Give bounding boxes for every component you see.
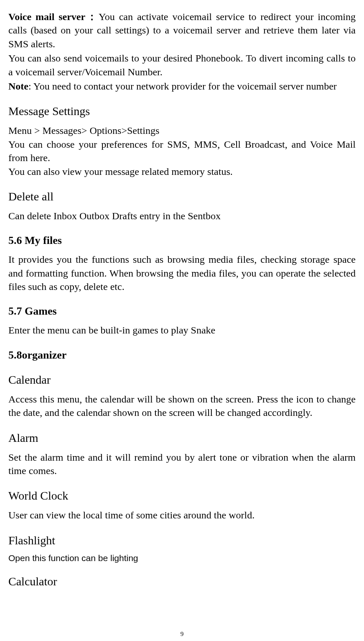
note-label: Note [8, 81, 28, 92]
alarm-text: Set the alarm time and it will remind yo… [8, 451, 356, 478]
my-files-heading: 5.6 My files [8, 234, 356, 247]
page-number: 9 [0, 631, 364, 638]
message-settings-text-1: You can choose your preferences for SMS,… [8, 138, 356, 165]
alarm-heading: Alarm [8, 431, 356, 445]
voicemail-label: Voice mail server： [8, 11, 99, 22]
note-text: : You need to contact your network provi… [28, 81, 337, 92]
games-heading: 5.7 Games [8, 305, 356, 318]
calendar-text: Access this menu, the calendar will be s… [8, 392, 356, 420]
organizer-heading: 5.8organizer [8, 349, 356, 362]
flashlight-text: Open this function can be lighting [8, 553, 356, 563]
document-content: Voice mail server：You can activate voice… [8, 10, 356, 588]
calculator-heading: Calculator [8, 575, 356, 588]
flashlight-heading: Flashlight [8, 534, 356, 547]
voicemail-paragraph-2: You can also send voicemails to your des… [8, 51, 356, 79]
message-settings-path: Menu > Messages> Options>Settings [8, 124, 356, 137]
message-settings-heading: Message Settings [8, 105, 356, 118]
delete-all-heading: Delete all [8, 190, 356, 203]
delete-all-text: Can delete Inbox Outbox Drafts entry in … [8, 209, 356, 223]
voicemail-note: Note: You need to contact your network p… [8, 79, 356, 93]
calendar-heading: Calendar [8, 373, 356, 387]
world-clock-text: User can view the local time of some cit… [8, 508, 356, 522]
games-text: Enter the menu can be built-in games to … [8, 323, 356, 337]
message-settings-text-2: You can also view your message related m… [8, 165, 356, 178]
voicemail-paragraph-1: Voice mail server：You can activate voice… [8, 10, 356, 51]
my-files-text: It provides you the functions such as br… [8, 253, 356, 293]
world-clock-heading: World Clock [8, 489, 356, 503]
